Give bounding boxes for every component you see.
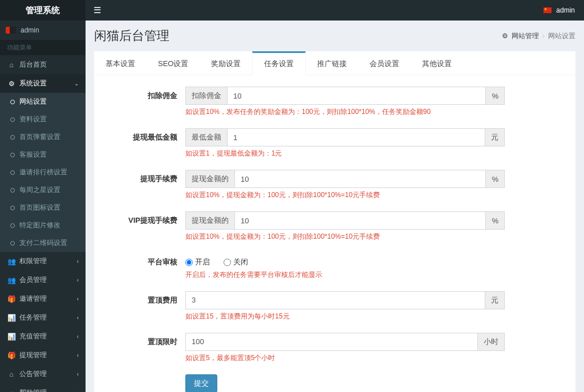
tab-task[interactable]: 任务设置	[252, 51, 306, 75]
sidebar-sub-invite-rank-settings[interactable]: 邀请排行榜设置	[0, 164, 86, 181]
hint-top-limit: 如设置5，最多能置顶5个小时	[185, 353, 505, 363]
form: 扣除佣金 扣除佣金 % 如设置10%，发布任务的奖励金额为：100元，则扣除10…	[94, 75, 575, 392]
breadcrumb: ⚙ 网站管理 › 网站设置	[502, 31, 575, 41]
chevron-left-icon: ‹	[77, 371, 79, 377]
sidebar-sub-weekly-star-settings[interactable]: 每周之星设置	[0, 181, 86, 199]
tabs: 基本设置 SEO设置 奖励设置 任务设置 推广链接 会员设置 其他设置	[94, 51, 575, 75]
suffix-top-fee: 元	[485, 291, 505, 309]
label-min-withdraw: 提现最低金额	[106, 128, 185, 142]
prefix-commission: 扣除佣金	[185, 87, 227, 105]
chevron-left-icon: ‹	[77, 315, 79, 321]
chevron-left-icon: ‹	[77, 333, 79, 340]
chevron-down-icon: ⌄	[74, 80, 79, 87]
sidebar-sub-home-icon-settings[interactable]: 首页图标设置	[0, 199, 86, 217]
settings-panel: 基本设置 SEO设置 奖励设置 任务设置 推广链接 会员设置 其他设置 扣除佣金…	[94, 51, 575, 392]
label-withdraw-fee: 提现手续费	[106, 170, 185, 184]
suffix-commission: %	[486, 87, 505, 105]
hint-top-fee: 如设置15，置顶费用为每小时15元	[185, 312, 505, 321]
chevron-left-icon: ‹	[77, 390, 79, 392]
label-audit: 平台审核	[106, 253, 185, 267]
tab-seo[interactable]: SEO设置	[147, 51, 200, 75]
tab-member[interactable]: 会员设置	[358, 51, 411, 75]
menu-toggle-icon[interactable]: ☰	[86, 5, 109, 15]
input-vip-withdraw-fee[interactable]	[234, 211, 486, 230]
home-icon: ⌂	[7, 61, 16, 69]
sidebar-item-recharge[interactable]: 📊充值管理‹	[0, 327, 86, 346]
users-icon: 👥	[7, 258, 16, 266]
sidebar-sub-service-settings[interactable]: 客服设置	[0, 146, 86, 164]
input-top-fee[interactable]	[185, 291, 485, 309]
sidebar-item-members[interactable]: 👥会员管理‹	[0, 271, 86, 289]
circle-icon	[10, 241, 15, 246]
sidebar-user-panel: admin	[0, 21, 86, 40]
tab-reward[interactable]: 奖励设置	[200, 51, 252, 75]
radio-audit-on[interactable]: 开启	[185, 257, 210, 267]
sidebar-item-system-settings[interactable]: ⚙ 系统设置 ⌄	[0, 74, 86, 93]
radio-group-audit: 开启 关闭	[185, 253, 505, 268]
sidebar-sub-popup-settings[interactable]: 首页弹窗设置	[0, 128, 86, 146]
sidebar-sub-profile-settings[interactable]: 资料设置	[0, 111, 86, 128]
sidebar-sub-image-modify[interactable]: 特定图片修改	[0, 217, 86, 234]
sidebar-item-announcement[interactable]: ⌂公告管理‹	[0, 365, 86, 383]
tab-promo[interactable]: 推广链接	[306, 51, 358, 75]
sidebar-item-help[interactable]: ⌂帮助管理‹	[0, 383, 86, 392]
circle-icon	[10, 188, 15, 193]
sidebar-item-invite[interactable]: 🎁邀请管理‹	[0, 289, 86, 308]
chevron-left-icon: ‹	[77, 352, 79, 358]
input-commission[interactable]	[227, 87, 486, 105]
circle-icon	[10, 206, 15, 210]
input-top-limit[interactable]	[185, 333, 478, 351]
sidebar-item-label: 后台首页	[19, 60, 47, 70]
sidebar-section-header: 功能菜单	[0, 40, 86, 55]
topbar-user[interactable]: admin	[544, 6, 584, 14]
radio-audit-off[interactable]: 关闭	[224, 257, 248, 267]
chevron-left-icon: ‹	[77, 258, 79, 264]
home-icon: ⌂	[7, 370, 16, 378]
gear-icon: ⚙	[502, 32, 508, 40]
suffix-withdraw-fee: %	[486, 170, 505, 188]
label-vip-withdraw-fee: VIP提现手续费	[106, 211, 185, 226]
brand-logo[interactable]: 管理系统	[0, 0, 86, 21]
breadcrumb-parent[interactable]: 网站管理	[512, 31, 539, 41]
tab-other[interactable]: 其他设置	[411, 51, 463, 75]
breadcrumb-sep: ›	[542, 32, 545, 40]
home-icon: ⌂	[7, 389, 16, 393]
suffix-min-withdraw: 元	[485, 128, 505, 146]
label-top-fee: 置顶费用	[106, 291, 185, 305]
content-header: 闲猫后台管理 ⚙ 网站管理 › 网站设置	[86, 21, 584, 51]
dashboard-icon: 📊	[7, 333, 16, 341]
circle-icon	[10, 223, 15, 228]
flag-icon	[544, 7, 551, 13]
sidebar-username: admin	[21, 26, 39, 34]
gear-icon: ⚙	[7, 80, 16, 88]
breadcrumb-current: 网站设置	[548, 31, 575, 41]
input-withdraw-fee[interactable]	[234, 170, 486, 188]
sidebar-item-permission[interactable]: 👥权限管理‹	[0, 252, 86, 271]
sidebar-item-tasks[interactable]: 📊任务管理‹	[0, 308, 86, 327]
sidebar-item-withdraw[interactable]: 🎁提现管理‹	[0, 346, 86, 365]
avatar	[6, 27, 16, 34]
sidebar-item-label: 系统设置	[19, 79, 47, 88]
main-content: 闲猫后台管理 ⚙ 网站管理 › 网站设置 基本设置 SEO设置 奖励设置 任务设…	[86, 21, 584, 392]
circle-icon	[10, 117, 15, 122]
prefix-min-withdraw: 最低金额	[185, 128, 227, 146]
submit-button[interactable]: 提交	[185, 374, 217, 393]
hint-audit: 开启后，发布的任务需要平台审核后才能显示	[185, 270, 505, 280]
circle-icon	[10, 100, 15, 104]
sidebar-sub-website-settings[interactable]: 网站设置	[0, 93, 86, 111]
users-icon: 👥	[7, 276, 16, 284]
page-title: 闲猫后台管理	[94, 27, 169, 44]
prefix-withdraw-fee: 提现金额的	[185, 170, 234, 188]
tab-basic[interactable]: 基本设置	[94, 51, 147, 75]
input-min-withdraw[interactable]	[227, 128, 485, 146]
hint-vip-withdraw-fee: 如设置10%，提现金额为：100元，则扣除100*10%=10元手续费	[185, 232, 505, 242]
gift-icon: 🎁	[7, 352, 16, 360]
chevron-left-icon: ‹	[77, 296, 79, 302]
sidebar-submenu-system: 网站设置 资料设置 首页弹窗设置 客服设置 邀请排行榜设置 每周之星设置 首页图…	[0, 93, 86, 252]
sidebar-sub-pay-qr-settings[interactable]: 支付二维码设置	[0, 234, 86, 252]
sidebar-item-dashboard[interactable]: ⌂ 后台首页	[0, 55, 86, 74]
label-commission: 扣除佣金	[106, 87, 185, 101]
suffix-top-limit: 小时	[478, 333, 505, 351]
sidebar: admin 功能菜单 ⌂ 后台首页 ⚙ 系统设置 ⌄ 网站设置 资料设置 首页弹…	[0, 21, 86, 392]
dashboard-icon: 📊	[7, 314, 16, 322]
